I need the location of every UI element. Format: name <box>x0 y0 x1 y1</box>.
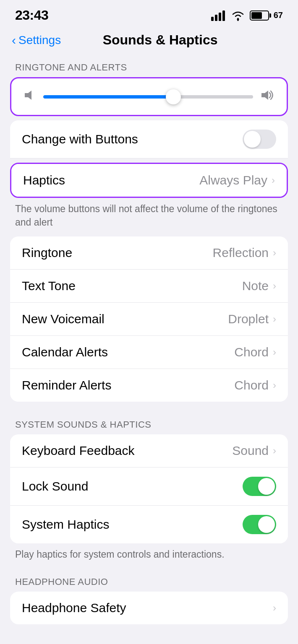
text-tone-right: Note › <box>242 279 276 293</box>
slider-row <box>23 88 275 105</box>
change-with-buttons-label: Change with Buttons <box>22 132 138 146</box>
battery-percent: 67 <box>274 10 283 20</box>
tone-list-card: Ringtone Reflection › Text Tone Note › N… <box>10 236 288 402</box>
signal-icon <box>211 10 226 21</box>
svg-rect-0 <box>211 17 214 21</box>
system-haptics-label: System Haptics <box>22 517 109 532</box>
toggle-knob <box>244 131 261 148</box>
svg-point-4 <box>237 18 239 20</box>
svg-rect-1 <box>215 15 217 21</box>
text-tone-chevron-icon: › <box>273 280 276 292</box>
reminder-alerts-row[interactable]: Reminder Alerts Chord › <box>10 369 288 402</box>
section-label-headphone: HEADPHONE AUDIO <box>0 569 298 592</box>
haptics-right: Always Play › <box>199 173 275 187</box>
keyboard-feedback-value: Sound <box>232 444 269 458</box>
volume-low-icon <box>23 88 37 105</box>
system-haptics-row: System Haptics <box>10 506 288 543</box>
svg-marker-5 <box>25 91 31 100</box>
ringtone-note: The volume buttons will not affect the v… <box>0 198 298 236</box>
system-haptics-toggle-knob <box>258 516 275 533</box>
back-label: Settings <box>18 34 61 47</box>
headphone-safety-right: › <box>273 602 276 614</box>
system-haptics-note: Play haptics for system controls and int… <box>0 543 298 569</box>
haptics-row[interactable]: Haptics Always Play › <box>11 164 287 197</box>
nav-bar: ‹ Settings Sounds & Haptics <box>0 27 298 55</box>
lock-sound-toggle[interactable] <box>243 477 276 496</box>
new-voicemail-chevron-icon: › <box>273 313 276 325</box>
ringtone-label: Ringtone <box>22 246 72 260</box>
keyboard-feedback-label: Keyboard Feedback <box>22 444 135 458</box>
reminder-alerts-chevron-icon: › <box>273 379 276 391</box>
ringtone-row[interactable]: Ringtone Reflection › <box>10 236 288 270</box>
section-label-ringtone: RINGTONE AND ALERTS <box>0 55 298 77</box>
calendar-alerts-row[interactable]: Calendar Alerts Chord › <box>10 336 288 369</box>
headphone-safety-label: Headphone Safety <box>22 601 126 615</box>
keyboard-feedback-chevron-icon: › <box>273 445 276 457</box>
section-label-system: SYSTEM SOUNDS & HAPTICS <box>0 412 298 434</box>
lock-sound-label: Lock Sound <box>22 479 88 493</box>
ringtone-right: Reflection › <box>213 246 276 260</box>
slider-fill <box>43 95 173 99</box>
headphone-card: Headphone Safety › <box>10 592 288 624</box>
keyboard-feedback-right: Sound › <box>232 444 276 458</box>
text-tone-row[interactable]: Text Tone Note › <box>10 270 288 303</box>
status-icons: 67 <box>211 10 283 21</box>
system-sounds-card: Keyboard Feedback Sound › Lock Sound Sys… <box>10 434 288 543</box>
svg-rect-3 <box>222 10 225 21</box>
lock-sound-row: Lock Sound <box>10 467 288 506</box>
slider-track <box>43 95 253 99</box>
calendar-alerts-right: Chord › <box>234 345 276 359</box>
back-button[interactable]: ‹ Settings <box>12 34 61 47</box>
lock-sound-toggle-knob <box>258 478 275 495</box>
new-voicemail-label: New Voicemail <box>22 312 105 326</box>
change-with-buttons-toggle[interactable] <box>243 130 276 149</box>
headphone-safety-row[interactable]: Headphone Safety › <box>10 592 288 624</box>
calendar-alerts-value: Chord <box>234 345 269 359</box>
system-haptics-toggle[interactable] <box>243 515 276 534</box>
status-time: 23:43 <box>15 8 48 23</box>
ringtone-chevron-icon: › <box>273 247 276 259</box>
ringtone-value: Reflection <box>213 246 269 260</box>
page-title: Sounds & Haptics <box>61 32 259 48</box>
status-bar: 23:43 67 <box>0 0 298 27</box>
calendar-alerts-chevron-icon: › <box>273 346 276 358</box>
text-tone-label: Text Tone <box>22 279 76 293</box>
haptics-value: Always Play <box>199 173 267 187</box>
volume-high-icon <box>260 88 275 105</box>
volume-slider[interactable] <box>43 89 253 104</box>
keyboard-feedback-row[interactable]: Keyboard Feedback Sound › <box>10 434 288 467</box>
haptics-chevron-icon: › <box>272 174 275 186</box>
battery-icon: 67 <box>250 10 283 21</box>
slider-thumb[interactable] <box>166 89 181 104</box>
reminder-alerts-label: Reminder Alerts <box>22 378 111 392</box>
wifi-icon <box>230 10 246 21</box>
headphone-safety-chevron-icon: › <box>273 602 276 614</box>
haptics-card: Haptics Always Play › <box>10 163 288 198</box>
change-with-buttons-row: Change with Buttons <box>10 120 288 158</box>
volume-slider-card <box>10 77 288 116</box>
reminder-alerts-right: Chord › <box>234 378 276 392</box>
haptics-label: Haptics <box>23 173 65 187</box>
svg-marker-6 <box>261 91 268 100</box>
calendar-alerts-label: Calendar Alerts <box>22 345 108 359</box>
new-voicemail-value: Droplet <box>228 312 269 326</box>
svg-rect-2 <box>219 13 221 21</box>
new-voicemail-row[interactable]: New Voicemail Droplet › <box>10 303 288 336</box>
new-voicemail-right: Droplet › <box>228 312 276 326</box>
reminder-alerts-value: Chord <box>234 378 269 392</box>
text-tone-value: Note <box>242 279 269 293</box>
back-chevron-icon: ‹ <box>12 34 16 47</box>
